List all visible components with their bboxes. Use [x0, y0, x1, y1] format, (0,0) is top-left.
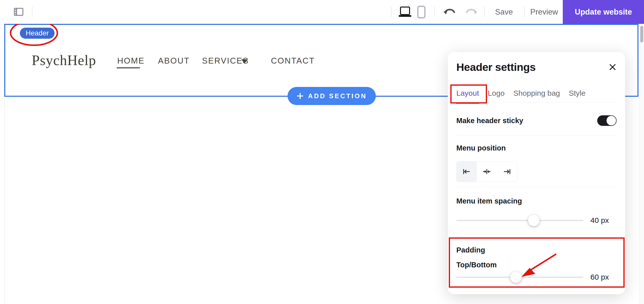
padding-value: 60 px	[590, 273, 609, 281]
padding-slider[interactable]	[456, 277, 583, 278]
menu-position-segmented-control	[456, 161, 517, 182]
tab-logo[interactable]: Logo	[488, 89, 505, 97]
close-button[interactable]	[609, 63, 617, 71]
menu-item-spacing-slider[interactable]	[456, 220, 583, 221]
active-nav-underline	[117, 67, 140, 68]
toolbar-divider	[484, 7, 485, 17]
menu-position-label: Menu position	[456, 144, 617, 152]
padding-label: Padding	[456, 246, 617, 254]
add-section-label: ADD SECTION	[308, 92, 367, 100]
menu-item-spacing-label: Menu item spacing	[456, 197, 617, 205]
desktop-view-button[interactable]	[397, 5, 413, 19]
header-settings-panel: Header settings Layout Logo Shopping bag…	[448, 52, 625, 294]
mobile-view-button[interactable]	[416, 5, 427, 19]
sticky-header-toggle[interactable]	[597, 115, 617, 126]
padding-slider-knob[interactable]	[510, 271, 522, 283]
toolbar-divider	[32, 7, 32, 17]
page-scrollbar[interactable]	[639, 24, 644, 304]
add-section-button[interactable]: ADD SECTION	[288, 87, 376, 105]
panel-divider	[456, 135, 617, 135]
menu-position-align-left-button[interactable]	[457, 162, 477, 182]
nav-link-contact[interactable]: CONTACT	[271, 56, 315, 66]
sidebar-toggle-button[interactable]	[13, 6, 24, 17]
website-builder-app: Save Preview Update website Header Psych…	[0, 0, 644, 304]
save-button[interactable]: Save	[495, 0, 513, 24]
redo-button[interactable]	[464, 7, 479, 18]
tab-style[interactable]: Style	[569, 89, 586, 97]
top-toolbar: Save Preview Update website	[0, 0, 644, 24]
scrollbar-thumb[interactable]	[640, 26, 643, 42]
preview-button[interactable]: Preview	[530, 0, 558, 24]
padding-top-bottom-label: Top/Bottom	[456, 261, 617, 269]
nav-link-home[interactable]: HOME	[117, 56, 145, 66]
redo-icon	[465, 8, 478, 17]
align-center-icon	[482, 167, 491, 176]
close-icon	[609, 63, 617, 71]
tab-shopping-bag[interactable]: Shopping bag	[513, 89, 560, 97]
align-left-icon	[462, 167, 471, 176]
toolbar-divider	[525, 7, 525, 17]
plus-icon	[296, 92, 304, 100]
toolbar-divider	[434, 7, 435, 17]
align-right-icon	[503, 167, 511, 176]
tab-layout[interactable]: Layout	[456, 89, 479, 97]
laptop-icon	[398, 6, 412, 18]
update-website-button[interactable]: Update website	[563, 0, 644, 24]
sticky-header-label: Make header sticky	[456, 117, 523, 125]
nav-link-about[interactable]: ABOUT	[158, 56, 190, 66]
undo-button[interactable]	[442, 7, 457, 18]
padding-section: Padding Top/Bottom 60 px	[456, 246, 617, 284]
services-dropdown-caret-icon[interactable]	[241, 59, 248, 63]
menu-item-spacing-slider-knob[interactable]	[528, 215, 540, 226]
smartphone-icon	[417, 6, 426, 19]
menu-position-align-center-button[interactable]	[477, 162, 497, 182]
menu-position-align-right-button[interactable]	[497, 162, 517, 182]
toggle-knob	[607, 116, 616, 125]
panel-tabs: Layout Logo Shopping bag Style	[456, 89, 617, 103]
sidebar-panel-icon	[14, 7, 24, 17]
panel-title: Header settings	[456, 61, 536, 73]
undo-icon	[443, 8, 456, 17]
panel-divider	[456, 187, 617, 187]
toolbar-divider	[391, 7, 391, 17]
menu-item-spacing-value: 40 px	[590, 216, 609, 225]
